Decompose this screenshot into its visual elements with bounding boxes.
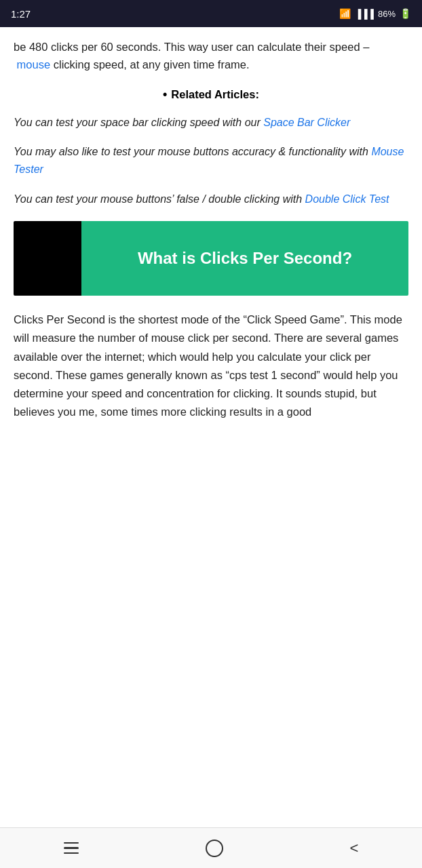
battery-icon: 🔋 (400, 8, 411, 19)
mouse-link[interactable]: mouse (17, 58, 51, 71)
content-area: be 480 clicks per 60 seconds. This way u… (0, 27, 422, 827)
related-heading: Related Articles: (14, 87, 408, 102)
nav-menu-button[interactable] (50, 835, 92, 861)
battery-percent: 86% (378, 9, 396, 19)
double-click-test-link[interactable]: Double Click Test (305, 193, 389, 205)
banner-black-block (14, 221, 81, 296)
banner-green-block: What is Clicks Per Second? (81, 221, 408, 296)
intro-paragraph: be 480 clicks per 60 seconds. This way u… (14, 38, 408, 74)
nav-bar: < (0, 827, 422, 868)
body-text: Clicks Per Second is the shortest mode o… (14, 311, 408, 421)
article-3: You can test your mouse buttons’ false /… (14, 191, 408, 208)
nav-back-button[interactable]: < (337, 833, 372, 864)
article-1: You can test your space bar clicking spe… (14, 114, 408, 132)
status-time: 1:27 (11, 8, 31, 20)
status-bar: 1:27 📶 ▐▐▐ 86% 🔋 (0, 0, 422, 27)
related-articles-section: Related Articles: You can test your spac… (14, 87, 408, 208)
intro-text-2: clicking speed, at any given time frame. (50, 58, 249, 71)
article-3-pre: You can test your mouse buttons’ false /… (14, 193, 305, 205)
space-bar-clicker-link[interactable]: Space Bar Clicker (263, 117, 350, 128)
signal-bars: ▐▐▐ (355, 9, 374, 19)
nav-home-button[interactable] (192, 833, 237, 864)
wifi-icon: 📶 (339, 8, 351, 19)
article-2-pre: You may also like to test your mouse but… (14, 146, 371, 157)
article-1-pre: You can test your space bar clicking spe… (14, 117, 263, 128)
banner: What is Clicks Per Second? (14, 221, 408, 296)
article-2: You may also like to test your mouse but… (14, 143, 408, 178)
banner-title: What is Clicks Per Second? (138, 248, 352, 269)
status-right: 📶 ▐▐▐ 86% 🔋 (339, 8, 411, 19)
